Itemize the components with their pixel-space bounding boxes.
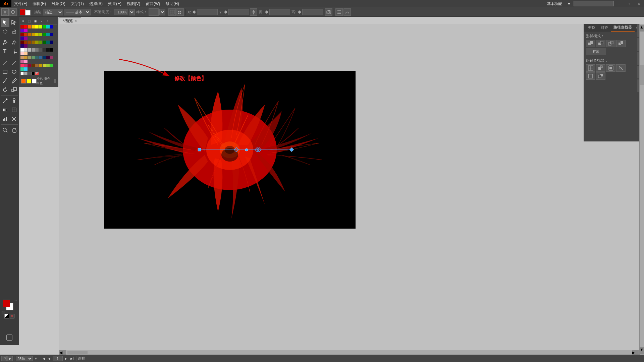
panel-resize-handle[interactable] bbox=[54, 79, 56, 83]
color-swatch[interactable] bbox=[43, 48, 46, 52]
pen-tool[interactable] bbox=[1, 38, 9, 47]
tool-mode-btn2[interactable] bbox=[9, 8, 17, 16]
tab-align[interactable]: 对齐 bbox=[598, 24, 611, 32]
color-swatch[interactable] bbox=[28, 41, 31, 44]
menu-select[interactable]: 选择(S) bbox=[87, 0, 105, 7]
color-swatch[interactable] bbox=[24, 60, 28, 63]
scroll-down-btn[interactable]: ▼ bbox=[640, 347, 644, 354]
color-swatch[interactable] bbox=[39, 64, 42, 67]
gray-swatch[interactable] bbox=[24, 72, 28, 75]
color-swatch[interactable] bbox=[43, 56, 46, 59]
color-swatch[interactable] bbox=[32, 64, 35, 67]
color-swatch[interactable] bbox=[35, 25, 39, 28]
color-swatch[interactable] bbox=[24, 64, 28, 67]
color-swatch[interactable] bbox=[39, 33, 42, 36]
color-swatch[interactable] bbox=[32, 25, 35, 28]
color-swatch[interactable] bbox=[32, 48, 35, 52]
color-swatch[interactable] bbox=[32, 41, 35, 44]
lasso-tool[interactable] bbox=[1, 27, 9, 36]
h-input[interactable]: 47.437 bbox=[302, 9, 323, 15]
stroke-style-select[interactable]: ─── 基本 bbox=[64, 9, 91, 15]
color-swatch[interactable] bbox=[28, 33, 31, 36]
zoom-tool[interactable] bbox=[1, 126, 9, 134]
hand-tool[interactable] bbox=[10, 126, 18, 134]
color-swatch[interactable] bbox=[39, 41, 42, 44]
color-swatch[interactable] bbox=[24, 52, 28, 55]
gradient-tool[interactable] bbox=[1, 106, 9, 114]
color-swatch[interactable] bbox=[46, 48, 50, 52]
pencil-tool[interactable] bbox=[10, 76, 18, 85]
menu-type[interactable]: 文字(T) bbox=[68, 0, 87, 7]
menu-view[interactable]: 视图(V) bbox=[124, 0, 143, 7]
none-indicator[interactable]: × bbox=[10, 314, 14, 318]
color-swatch[interactable] bbox=[20, 60, 24, 63]
mesh-tool[interactable] bbox=[10, 106, 18, 114]
add-anchor-tool[interactable] bbox=[10, 38, 18, 47]
y-input[interactable]: 3068.58 bbox=[228, 9, 249, 15]
color-swatch[interactable] bbox=[24, 44, 28, 48]
divide-btn[interactable] bbox=[586, 64, 595, 72]
tab-close-btn[interactable]: × bbox=[75, 19, 77, 23]
opacity-unit-select[interactable]: % bbox=[129, 9, 135, 15]
color-swatch[interactable] bbox=[43, 25, 46, 28]
color-swatch[interactable] bbox=[50, 64, 53, 67]
swap-colors-btn[interactable]: ⇄ bbox=[14, 299, 17, 302]
color-swatch[interactable] bbox=[24, 67, 28, 71]
color-swatch[interactable] bbox=[24, 48, 28, 52]
style-btn[interactable] bbox=[149, 8, 159, 16]
none-swatch[interactable] bbox=[35, 72, 39, 75]
tool-mode-btn1[interactable] bbox=[1, 8, 9, 16]
magic-wand-tool[interactable] bbox=[10, 27, 18, 36]
selection-tool[interactable] bbox=[1, 18, 9, 27]
outline-btn[interactable] bbox=[586, 72, 595, 80]
page-first-btn[interactable]: |◀ bbox=[41, 356, 46, 361]
stroke-color-swatch[interactable] bbox=[25, 10, 31, 15]
color-swatch[interactable] bbox=[20, 37, 24, 40]
grid-icon[interactable] bbox=[176, 8, 184, 16]
search-input[interactable] bbox=[574, 1, 614, 6]
color-swatch[interactable] bbox=[35, 56, 39, 59]
color-swatch[interactable] bbox=[50, 33, 53, 36]
color-swatch[interactable] bbox=[20, 67, 24, 71]
tab-pathfinder[interactable]: 路径查找器 bbox=[611, 24, 635, 32]
color-swatch[interactable] bbox=[50, 56, 53, 59]
color-swatch[interactable] bbox=[32, 56, 35, 59]
artwork-canvas[interactable] bbox=[104, 71, 356, 229]
color-swatch[interactable] bbox=[20, 44, 24, 48]
white-swatch2[interactable] bbox=[32, 79, 37, 83]
page-next-btn[interactable]: ▶ bbox=[63, 356, 69, 361]
color-swatch[interactable] bbox=[24, 33, 28, 36]
warp-btn[interactable] bbox=[343, 8, 351, 16]
zoom-select[interactable]: 25% 50% 100% bbox=[16, 356, 33, 361]
color-swatch[interactable] bbox=[50, 41, 53, 44]
close-button[interactable]: × bbox=[634, 0, 644, 7]
minus-front-btn[interactable] bbox=[596, 40, 605, 47]
color-swatch[interactable] bbox=[32, 33, 35, 36]
menu-window[interactable]: 窗口(W) bbox=[143, 0, 163, 7]
minus-back-btn[interactable] bbox=[596, 72, 605, 80]
ellipse-tool[interactable] bbox=[10, 67, 18, 76]
color-swatch[interactable] bbox=[24, 41, 28, 44]
intersect-btn[interactable] bbox=[606, 40, 615, 47]
menu-help[interactable]: 帮助(H) bbox=[163, 0, 182, 7]
opacity-input[interactable] bbox=[114, 9, 128, 15]
panel-large-swatch-btn[interactable]: ▪ bbox=[39, 18, 44, 24]
color-swatch[interactable] bbox=[46, 64, 50, 67]
color-swatch[interactable] bbox=[28, 64, 31, 67]
w-input[interactable]: 1365.97 bbox=[269, 9, 290, 15]
transform-icon[interactable] bbox=[168, 8, 176, 16]
color-swatch[interactable] bbox=[35, 64, 39, 67]
yellow-swatch[interactable] bbox=[26, 79, 31, 83]
horizontal-scrollbar[interactable]: ◀ ▶ bbox=[59, 350, 639, 355]
stroke-select[interactable]: 描边 bbox=[43, 9, 63, 15]
paintbrush-tool[interactable] bbox=[1, 76, 9, 85]
white-swatch[interactable] bbox=[20, 72, 24, 75]
rotate-tool[interactable] bbox=[1, 85, 9, 94]
color-swatch[interactable] bbox=[24, 56, 28, 59]
color-swatch[interactable] bbox=[20, 33, 24, 36]
menu-edit[interactable]: 编辑(E) bbox=[30, 0, 49, 7]
scroll-thumb-h[interactable] bbox=[67, 351, 88, 354]
symbol-spray-tool[interactable] bbox=[5, 333, 14, 342]
slice-tool[interactable] bbox=[10, 115, 18, 123]
tab-transform[interactable]: 变换 bbox=[585, 24, 598, 32]
